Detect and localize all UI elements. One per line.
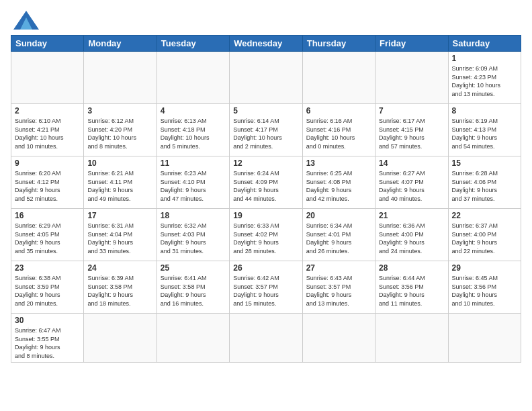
- day-info: Sunrise: 6:10 AM Sunset: 4:21 PM Dayligh…: [15, 117, 80, 150]
- day-number: 10: [87, 158, 152, 168]
- weekday-sunday: Sunday: [11, 36, 84, 52]
- day-number: 25: [161, 263, 226, 273]
- week-row-5: 23Sunrise: 6:38 AM Sunset: 3:59 PM Dayli…: [11, 261, 521, 314]
- calendar: SundayMondayTuesdayWednesdayThursdayFrid…: [11, 35, 521, 363]
- day-number: 21: [379, 211, 444, 220]
- calendar-cell: 30Sunrise: 6:47 AM Sunset: 3:55 PM Dayli…: [11, 314, 84, 363]
- day-info: Sunrise: 6:13 AM Sunset: 4:18 PM Dayligh…: [161, 117, 226, 150]
- day-number: 1: [452, 54, 517, 63]
- day-number: 18: [161, 211, 226, 220]
- calendar-cell: [375, 52, 448, 104]
- calendar-cell: 29Sunrise: 6:45 AM Sunset: 3:56 PM Dayli…: [448, 261, 521, 314]
- weekday-saturday: Saturday: [448, 36, 521, 52]
- day-number: 2: [15, 106, 80, 116]
- calendar-cell: [157, 314, 229, 363]
- weekday-monday: Monday: [84, 36, 157, 52]
- calendar-cell: 2Sunrise: 6:10 AM Sunset: 4:21 PM Daylig…: [11, 104, 84, 156]
- day-number: 16: [15, 211, 80, 220]
- calendar-cell: 5Sunrise: 6:14 AM Sunset: 4:17 PM Daylig…: [230, 104, 302, 156]
- day-info: Sunrise: 6:38 AM Sunset: 3:59 PM Dayligh…: [15, 274, 80, 308]
- calendar-cell: 27Sunrise: 6:43 AM Sunset: 3:57 PM Dayli…: [302, 261, 375, 314]
- calendar-cell: [375, 314, 448, 363]
- day-number: 15: [452, 158, 517, 168]
- day-info: Sunrise: 6:23 AM Sunset: 4:10 PM Dayligh…: [161, 169, 226, 203]
- calendar-cell: 21Sunrise: 6:36 AM Sunset: 4:00 PM Dayli…: [375, 209, 448, 261]
- day-info: Sunrise: 6:34 AM Sunset: 4:01 PM Dayligh…: [306, 222, 371, 255]
- day-info: Sunrise: 6:09 AM Sunset: 4:23 PM Dayligh…: [452, 64, 517, 98]
- calendar-cell: 15Sunrise: 6:28 AM Sunset: 4:06 PM Dayli…: [448, 156, 521, 209]
- calendar-cell: [230, 52, 302, 104]
- day-info: Sunrise: 6:31 AM Sunset: 4:04 PM Dayligh…: [87, 222, 152, 255]
- calendar-cell: [448, 314, 521, 363]
- calendar-cell: 10Sunrise: 6:21 AM Sunset: 4:11 PM Dayli…: [84, 156, 157, 209]
- calendar-cell: 24Sunrise: 6:39 AM Sunset: 3:58 PM Dayli…: [84, 261, 157, 314]
- week-row-1: 1Sunrise: 6:09 AM Sunset: 4:23 PM Daylig…: [11, 52, 521, 104]
- day-number: 12: [233, 158, 298, 168]
- calendar-cell: 1Sunrise: 6:09 AM Sunset: 4:23 PM Daylig…: [448, 52, 521, 104]
- calendar-cell: 17Sunrise: 6:31 AM Sunset: 4:04 PM Dayli…: [84, 209, 157, 261]
- calendar-cell: 19Sunrise: 6:33 AM Sunset: 4:02 PM Dayli…: [230, 209, 302, 261]
- calendar-cell: 26Sunrise: 6:42 AM Sunset: 3:57 PM Dayli…: [230, 261, 302, 314]
- calendar-cell: 8Sunrise: 6:19 AM Sunset: 4:13 PM Daylig…: [448, 104, 521, 156]
- day-number: 7: [379, 106, 444, 116]
- day-info: Sunrise: 6:19 AM Sunset: 4:13 PM Dayligh…: [452, 117, 517, 150]
- calendar-cell: [84, 52, 157, 104]
- header: [11, 11, 521, 30]
- calendar-cell: 23Sunrise: 6:38 AM Sunset: 3:59 PM Dayli…: [11, 261, 84, 314]
- calendar-cell: 11Sunrise: 6:23 AM Sunset: 4:10 PM Dayli…: [157, 156, 229, 209]
- day-number: 11: [161, 158, 226, 168]
- calendar-cell: [11, 52, 84, 104]
- calendar-cell: 7Sunrise: 6:17 AM Sunset: 4:15 PM Daylig…: [375, 104, 448, 156]
- weekday-thursday: Thursday: [302, 36, 375, 52]
- day-number: 23: [15, 263, 80, 273]
- day-number: 3: [87, 106, 152, 116]
- day-info: Sunrise: 6:47 AM Sunset: 3:55 PM Dayligh…: [15, 326, 80, 360]
- day-info: Sunrise: 6:27 AM Sunset: 4:07 PM Dayligh…: [379, 169, 444, 203]
- calendar-cell: 3Sunrise: 6:12 AM Sunset: 4:20 PM Daylig…: [84, 104, 157, 156]
- day-number: 6: [306, 106, 371, 116]
- calendar-cell: [302, 52, 375, 104]
- day-number: 26: [233, 263, 298, 273]
- calendar-cell: [157, 52, 229, 104]
- week-row-6: 30Sunrise: 6:47 AM Sunset: 3:55 PM Dayli…: [11, 314, 521, 363]
- day-info: Sunrise: 6:33 AM Sunset: 4:02 PM Dayligh…: [233, 222, 298, 255]
- day-info: Sunrise: 6:45 AM Sunset: 3:56 PM Dayligh…: [452, 274, 517, 308]
- day-info: Sunrise: 6:37 AM Sunset: 4:00 PM Dayligh…: [452, 222, 517, 255]
- weekday-wednesday: Wednesday: [230, 36, 302, 52]
- day-number: 4: [161, 106, 226, 116]
- calendar-cell: 14Sunrise: 6:27 AM Sunset: 4:07 PM Dayli…: [375, 156, 448, 209]
- day-info: Sunrise: 6:32 AM Sunset: 4:03 PM Dayligh…: [161, 222, 226, 255]
- day-info: Sunrise: 6:25 AM Sunset: 4:08 PM Dayligh…: [306, 169, 371, 203]
- day-number: 13: [306, 158, 371, 168]
- calendar-cell: 12Sunrise: 6:24 AM Sunset: 4:09 PM Dayli…: [230, 156, 302, 209]
- calendar-cell: [302, 314, 375, 363]
- calendar-cell: 22Sunrise: 6:37 AM Sunset: 4:00 PM Dayli…: [448, 209, 521, 261]
- day-info: Sunrise: 6:12 AM Sunset: 4:20 PM Dayligh…: [87, 117, 152, 150]
- day-info: Sunrise: 6:44 AM Sunset: 3:56 PM Dayligh…: [379, 274, 444, 308]
- weekday-tuesday: Tuesday: [157, 36, 229, 52]
- day-number: 22: [452, 211, 517, 220]
- weekday-friday: Friday: [375, 36, 448, 52]
- day-number: 27: [306, 263, 371, 273]
- day-info: Sunrise: 6:41 AM Sunset: 3:58 PM Dayligh…: [161, 274, 226, 308]
- day-number: 5: [233, 106, 298, 116]
- week-row-2: 2Sunrise: 6:10 AM Sunset: 4:21 PM Daylig…: [11, 104, 521, 156]
- calendar-cell: 25Sunrise: 6:41 AM Sunset: 3:58 PM Dayli…: [157, 261, 229, 314]
- day-info: Sunrise: 6:24 AM Sunset: 4:09 PM Dayligh…: [233, 169, 298, 203]
- week-row-3: 9Sunrise: 6:20 AM Sunset: 4:12 PM Daylig…: [11, 156, 521, 209]
- weekday-header-row: SundayMondayTuesdayWednesdayThursdayFrid…: [11, 36, 521, 52]
- day-info: Sunrise: 6:28 AM Sunset: 4:06 PM Dayligh…: [452, 169, 517, 203]
- day-info: Sunrise: 6:39 AM Sunset: 3:58 PM Dayligh…: [87, 274, 152, 308]
- day-number: 8: [452, 106, 517, 116]
- day-number: 30: [15, 316, 80, 325]
- calendar-cell: [230, 314, 302, 363]
- day-number: 19: [233, 211, 298, 220]
- page: SundayMondayTuesdayWednesdayThursdayFrid…: [0, 0, 532, 411]
- day-info: Sunrise: 6:21 AM Sunset: 4:11 PM Dayligh…: [87, 169, 152, 203]
- calendar-cell: 20Sunrise: 6:34 AM Sunset: 4:01 PM Dayli…: [302, 209, 375, 261]
- day-number: 17: [87, 211, 152, 220]
- logo: [11, 11, 39, 30]
- calendar-cell: 28Sunrise: 6:44 AM Sunset: 3:56 PM Dayli…: [375, 261, 448, 314]
- calendar-cell: 6Sunrise: 6:16 AM Sunset: 4:16 PM Daylig…: [302, 104, 375, 156]
- calendar-cell: 4Sunrise: 6:13 AM Sunset: 4:18 PM Daylig…: [157, 104, 229, 156]
